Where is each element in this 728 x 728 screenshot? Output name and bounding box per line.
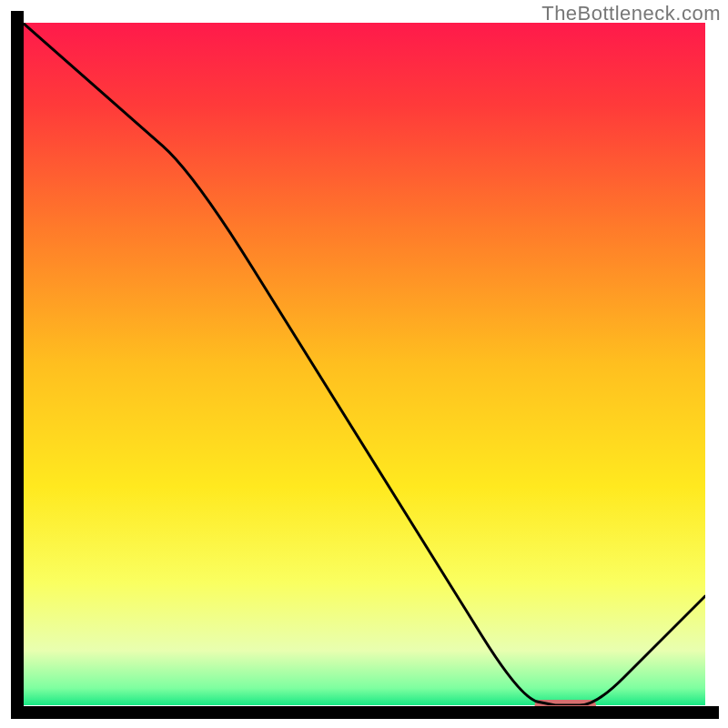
- plot-background: [23, 23, 705, 705]
- chart-svg: [0, 0, 728, 728]
- x-axis: [11, 706, 719, 719]
- watermark-text: TheBottleneck.com: [541, 2, 721, 25]
- chart-container: TheBottleneck.com: [0, 0, 728, 728]
- y-axis: [11, 11, 24, 719]
